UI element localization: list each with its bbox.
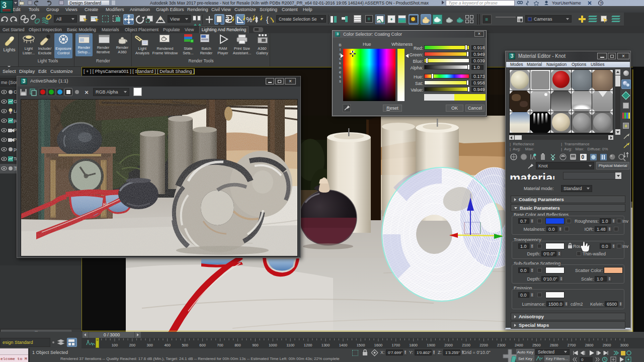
svg-text:1000: 1000 [269,343,277,347]
svg-text:1600: 1600 [374,343,383,347]
svg-text:1800: 1800 [409,343,418,347]
svg-text:%: % [246,16,252,24]
svg-text:800: 800 [234,343,241,347]
svg-text:1300: 1300 [321,343,330,347]
svg-text:500: 500 [182,343,188,347]
svg-text:600: 600 [199,343,206,347]
svg-text:1700: 1700 [391,343,400,347]
svg-text:2000: 2000 [444,343,453,347]
svg-text:900: 900 [252,343,259,347]
svg-text:2300: 2300 [497,343,506,347]
svg-text:0: 0 [581,357,584,362]
svg-text:2900: 2900 [603,343,611,347]
svg-text:0: 0 [582,154,585,160]
svg-text:100: 100 [112,343,118,347]
svg-text:2100: 2100 [462,343,470,347]
svg-text:2700: 2700 [568,343,576,347]
svg-text:700: 700 [217,343,223,347]
svg-text:2600: 2600 [550,343,558,347]
svg-text:{: { [266,16,269,24]
svg-text:3000: 3000 [620,343,629,347]
svg-text:2200: 2200 [479,343,488,347]
svg-text:1500: 1500 [357,343,365,347]
svg-text:300: 300 [147,343,153,347]
svg-text:2500: 2500 [532,343,541,347]
svg-text:400: 400 [164,343,171,347]
svg-text:200: 200 [129,343,136,347]
svg-text:1900: 1900 [427,343,435,347]
svg-text:1400: 1400 [339,343,348,347]
svg-text:2800: 2800 [585,343,594,347]
svg-text:1200: 1200 [304,343,312,347]
svg-text:2400: 2400 [515,343,523,347]
svg-text:1100: 1100 [286,343,294,347]
